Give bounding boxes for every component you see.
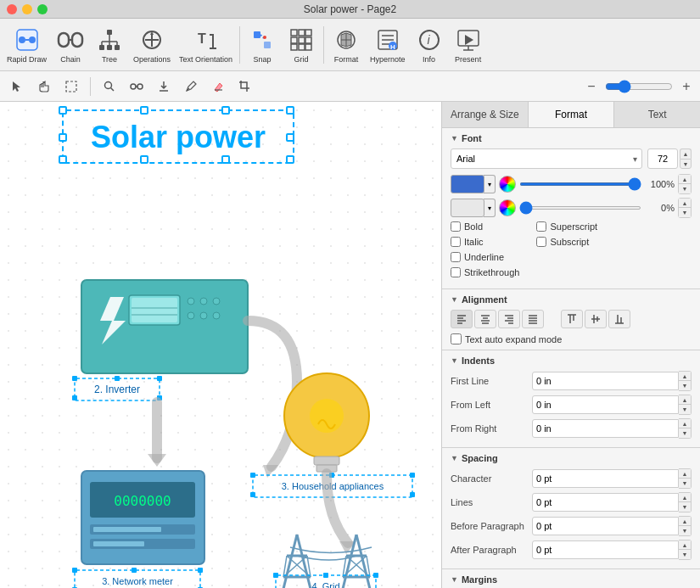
fill-color-dropdown[interactable]: ▾ [484,175,496,193]
bold-checkbox[interactable] [451,221,461,232]
margins-section-header[interactable]: ▼ Margins [451,574,692,585]
alignment-section-header[interactable]: ▼ Alignment [451,294,692,305]
from-left-input[interactable] [532,395,679,414]
from-right-input[interactable] [532,419,679,438]
stroke-opacity-down[interactable]: ▼ [679,208,691,217]
first-line-down[interactable]: ▼ [679,381,691,390]
download-tool[interactable] [152,75,176,98]
tab-format[interactable]: Format [529,102,615,127]
text-auto-expand-checkbox[interactable] [451,333,462,344]
zoom-out-button[interactable]: − [583,79,600,94]
fill-color-wheel[interactable] [499,176,516,193]
character-label: Character [451,473,527,484]
from-right-spinners: ▲ ▼ [679,418,692,439]
first-line-up[interactable]: ▲ [679,372,691,381]
character-up[interactable]: ▲ [679,469,691,479]
maximize-button[interactable] [37,4,48,14]
from-left-down[interactable]: ▼ [679,405,691,414]
align-left-btn[interactable] [451,310,473,328]
lines-up[interactable]: ▲ [679,493,691,502]
after-paragraph-input-wrapper: ▲ ▼ [532,540,692,560]
lines-down[interactable]: ▼ [679,502,691,512]
fill-color-swatch[interactable] [451,175,484,193]
before-paragraph-up[interactable]: ▲ [679,517,691,526]
align-justify-btn[interactable] [522,310,544,328]
toolbar-operations[interactable]: Operations [130,21,174,69]
search-tool[interactable] [98,75,121,98]
stroke-opacity-slider[interactable] [519,206,641,210]
superscript-checkbox[interactable] [536,221,546,232]
toolbar-chain[interactable]: Chain [52,21,89,69]
font-size-input[interactable] [647,148,678,169]
valign-bottom-btn[interactable] [608,310,630,328]
toolbar-snap[interactable]: Snap [244,21,281,69]
toolbar-format[interactable]: Format [328,21,365,69]
first-line-input[interactable] [532,372,679,390]
from-left-up[interactable]: ▲ [679,395,691,405]
hand-tool[interactable] [32,75,56,98]
crop-tool[interactable] [233,75,257,98]
indents-section-header[interactable]: ▼ Indents [451,356,692,366]
align-right-btn[interactable] [498,310,520,328]
toolbar-present[interactable]: Present [450,21,487,69]
svg-rect-115 [250,492,255,497]
fill-opacity-up[interactable]: ▲ [679,175,691,184]
underline-checkbox[interactable] [451,252,461,262]
tab-text[interactable]: Text [614,102,700,127]
pointer-tool[interactable] [5,75,29,98]
stroke-color-swatch[interactable] [451,199,484,217]
strikethrough-checkbox[interactable] [451,267,461,277]
close-button[interactable] [7,4,17,14]
subscript-checkbox[interactable] [536,237,546,247]
fill-opacity-down[interactable]: ▼ [679,184,691,193]
valign-top-btn[interactable] [561,310,583,328]
character-down[interactable]: ▼ [679,479,691,488]
valign-middle-btn[interactable] [585,310,607,328]
align-center-btn[interactable] [474,310,496,328]
font-section-header[interactable]: ▼ Font [451,133,692,143]
stroke-opacity-up[interactable]: ▲ [679,199,691,208]
after-paragraph-up[interactable]: ▲ [679,540,691,550]
eraser-tool[interactable] [206,75,230,98]
from-right-up[interactable]: ▲ [679,419,691,428]
font-size-up[interactable]: ▲ [680,148,692,159]
lines-input[interactable] [532,493,679,512]
before-paragraph-input[interactable] [532,517,679,535]
before-paragraph-down[interactable]: ▼ [679,526,691,535]
font-arrow-icon: ▼ [451,134,458,143]
font-size-down[interactable]: ▼ [680,159,692,169]
format-label: Format [334,55,359,64]
stroke-color-wheel[interactable] [499,199,516,216]
svg-rect-138 [273,573,278,578]
underline-row: Underline [451,252,519,262]
main-toolbar: Rapid Draw Chain Tree [0,19,700,71]
from-right-down[interactable]: ▼ [679,428,691,438]
toolbar-rapid-draw[interactable]: Rapid Draw [3,21,50,69]
tab-arrange[interactable]: Arrange & Size [442,102,529,127]
toolbar-info[interactable]: i Info [411,21,448,69]
font-face-select[interactable]: Arial Helvetica Times New Roman [451,148,642,169]
minimize-button[interactable] [22,4,32,14]
toolbar-hypernote[interactable]: H Hypernote [367,21,409,69]
italic-checkbox[interactable] [451,237,461,247]
zoom-slider[interactable] [605,80,673,93]
after-paragraph-input[interactable] [532,540,679,559]
canvas-svg: Solar power 2. Inverter [0,102,441,588]
spacing-section-header[interactable]: ▼ Spacing [451,453,692,463]
pen-tool[interactable] [179,75,203,98]
stroke-color-dropdown[interactable]: ▾ [484,199,496,217]
canvas[interactable]: Solar power 2. Inverter [0,102,441,588]
bold-row: Bold [451,221,519,232]
svg-rect-64 [59,156,66,163]
svg-rect-5 [72,33,82,47]
lasso-tool[interactable] [59,75,83,98]
zoom-in-button[interactable]: + [678,79,695,94]
character-input[interactable] [532,469,679,488]
connect-tool[interactable] [125,75,148,98]
fill-opacity-slider[interactable] [519,182,641,186]
toolbar-grid[interactable]: Grid [283,21,320,69]
font-section-label: Font [462,133,482,143]
after-paragraph-down[interactable]: ▼ [679,550,691,559]
toolbar-text-orientation[interactable]: T Text Orientation [176,21,236,69]
toolbar-tree[interactable]: Tree [91,21,128,69]
